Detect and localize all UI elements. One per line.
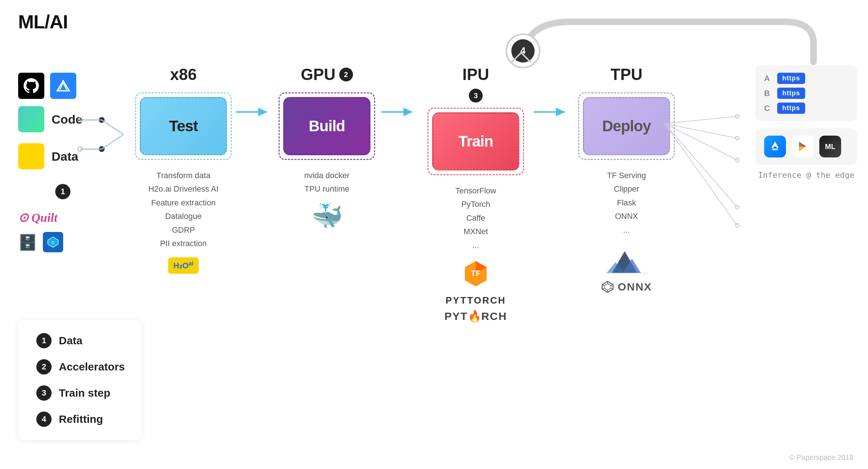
test-box: Test [140,97,227,155]
svg-line-36 [665,124,737,225]
arrow-1 [236,105,272,119]
svg-rect-43 [774,147,776,148]
legend-label-train-step: Train step [59,387,110,399]
build-notes: nvida dockerTPU runtime [304,169,350,196]
svg-text:TF: TF [471,269,481,278]
legend-data: 1 Data [36,333,123,348]
legend-label-refitting: Refitting [59,413,103,425]
svg-marker-46 [799,147,806,151]
x86-heading: x86 [170,65,196,84]
legend-badge-3: 3 [36,385,52,401]
badge-2: 2 [339,68,353,81]
legend-accelerators: 2 Accelerators [36,359,123,374]
deploy-notes: TF ServingClipperFlaskONNX... [607,169,646,237]
train-notes: TensorFlowPyTorchCaffeMXNet... [455,184,496,252]
vcs-icons [18,73,102,99]
onnx-logo: ONNX [601,280,652,293]
tpu-heading: TPU [611,65,642,84]
endpoints-box: A https B https C https [755,65,857,121]
s3-icon: 🗄️ [18,233,37,251]
inference-label: Inference @ the edge [755,171,857,180]
gpu-heading: GPU 2 [301,65,353,84]
legend-label-data: Data [59,334,82,347]
refitting-arrow: 4 [247,11,821,69]
deploy-box: Deploy [583,97,670,155]
legend: 1 Data 2 Accelerators 3 Train step 4 Ref… [18,320,142,440]
endpoint-c: C https [764,103,848,114]
apps-box: ML [755,128,857,165]
dvc-icon: = [43,232,63,252]
legend-label-accelerators: Accelerators [59,361,125,373]
legend-badge-1: 1 [36,333,52,348]
legend-refitting: 4 Refitting [36,412,123,427]
data-icon [18,143,44,169]
inference-area: A https B https C https [755,65,857,180]
endpoint-a: A https [764,73,848,84]
bitbucket-icon [50,73,76,99]
train-stage: IPU 3 Train TensorFlowPyTorchCaffeMXNet.… [418,65,534,322]
pytorch-logo: PYT🔥RCH [445,310,507,322]
funnel-lines [73,98,131,171]
test-stage: x86 Test Transform dataH2o.ai Driverless… [131,65,236,274]
svg-rect-42 [772,149,778,150]
tensorflow-icon: TF PYTTORCH [446,259,506,306]
svg-line-32 [665,116,737,124]
badge-3: 3 [469,89,483,103]
ml-edge-icon: ML [819,136,841,157]
train-box: Train [432,112,519,171]
legend-badge-2: 2 [36,359,52,374]
h2o-icon: H₂Oai [168,257,198,273]
code-icon [18,106,44,132]
endpoint-b: B https [764,88,848,99]
svg-line-34 [665,124,737,160]
svg-text:=: = [52,240,54,245]
build-stage: GPU 2 Build nvida dockerTPU runtime 🐳 [272,65,381,229]
clipper-icon [605,244,648,277]
arrow-2 [381,105,418,119]
github-icon [18,73,44,99]
docker-icon: 🐳 [311,203,343,229]
badge-1: 1 [55,184,70,199]
svg-marker-25 [604,284,611,290]
page-title: ML/AI [18,11,68,33]
legend-train-step: 3 Train step [36,385,123,401]
play-store-icon [792,136,814,157]
build-box: Build [283,97,370,155]
copyright: © Paperspace 2018 [789,453,853,462]
storage-icons: 🗄️ = [18,232,102,252]
legend-badge-4: 4 [36,412,52,427]
ipu-heading: IPU [462,65,489,84]
test-notes: Transform dataH2o.ai Driverless AIFeatur… [148,169,218,250]
app-store-icon [764,136,786,157]
quilt-logo: ⊙ Quilt [18,210,102,225]
arrow-3 [534,105,570,119]
